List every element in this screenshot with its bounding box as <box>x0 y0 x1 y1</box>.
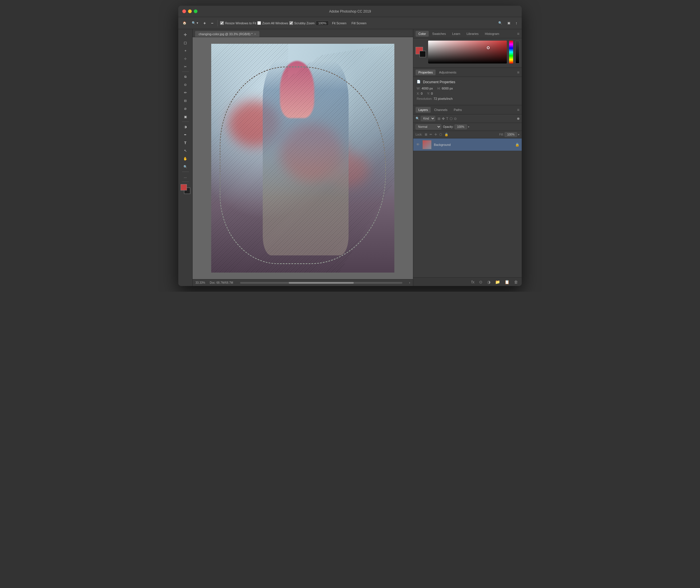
canvas-image <box>211 44 395 273</box>
hue-spectrum-bar[interactable] <box>509 41 513 63</box>
adjustment-filter-icon[interactable]: ✤ <box>442 117 445 121</box>
tab-channels[interactable]: Channels <box>431 107 450 113</box>
foreground-color-swatch[interactable] <box>180 184 187 190</box>
canvas-image-wrapper <box>211 44 395 273</box>
zoom-out-button[interactable]: − <box>209 20 215 26</box>
smart-filter-icon[interactable]: ⊙ <box>454 117 457 121</box>
opacity-arrow-icon[interactable]: ▾ <box>468 125 469 128</box>
healing-tool[interactable]: ⊙ <box>181 81 190 88</box>
eraser-tool[interactable]: ⊘ <box>181 105 190 112</box>
shape-filter-icon[interactable]: ⬡ <box>450 117 453 121</box>
lock-position-icon[interactable]: ✛ <box>435 133 437 136</box>
add-adjustment-button[interactable]: ◑ <box>486 279 492 285</box>
layer-fx-button[interactable]: fx <box>470 279 476 285</box>
fill-screen-button[interactable]: Fill Screen <box>349 21 368 26</box>
close-button[interactable] <box>182 9 186 13</box>
type-filter-icon[interactable]: T <box>446 117 448 121</box>
scrubby-zoom-input[interactable] <box>289 21 293 25</box>
zoom-all-windows-input[interactable] <box>257 21 261 25</box>
color-panel-menu-icon[interactable]: ≡ <box>517 31 520 36</box>
select-tool[interactable]: ↖ <box>181 147 190 154</box>
tab-histogram[interactable]: Histogram <box>482 31 502 37</box>
tab-libraries[interactable]: Libraries <box>464 31 481 37</box>
quick-select-tool[interactable]: ⊹ <box>181 55 190 62</box>
move-tool[interactable]: ✛ <box>181 31 190 38</box>
add-mask-button[interactable]: ⊙ <box>478 279 484 285</box>
clone-tool[interactable]: ⊟ <box>181 97 190 104</box>
height-field: H: 6000 px <box>437 87 453 90</box>
canvas-tab-name: changing-color.jpg @ 33.3% (RGB/8) * <box>199 32 252 36</box>
zoom-tool[interactable]: 🔍 <box>181 163 190 170</box>
more-tools-button[interactable]: … <box>181 173 190 180</box>
eyedropper-tool[interactable]: ⧉ <box>181 73 190 80</box>
gradient-tool[interactable]: ▣ <box>181 113 190 120</box>
fill-input[interactable] <box>505 132 517 137</box>
background-swatch[interactable] <box>420 51 426 57</box>
tab-color[interactable]: Color <box>416 31 429 37</box>
zoom-in-button[interactable]: + <box>201 20 208 26</box>
resize-windows-checkbox[interactable]: Resize Windows to Fit <box>220 21 256 25</box>
tab-swatches[interactable]: Swatches <box>429 31 449 37</box>
layout-button[interactable]: ▣ <box>505 20 512 26</box>
layers-panel-menu-icon[interactable]: ≡ <box>517 108 520 112</box>
horizontal-scrollbar[interactable] <box>240 282 403 284</box>
tab-adjustments[interactable]: Adjustments <box>436 69 459 75</box>
marquee-tool[interactable]: ◻ <box>181 39 190 46</box>
dropdown-arrow-icon: ▾ <box>197 21 198 25</box>
y-field: Y: 0 <box>427 92 433 95</box>
lasso-tool[interactable]: ⌖ <box>181 47 190 54</box>
brush-tool[interactable]: ✏ <box>181 89 190 96</box>
color-picker-row <box>416 41 520 63</box>
opacity-spectrum-bar[interactable] <box>516 41 520 63</box>
crop-tool[interactable]: ✂ <box>181 63 190 70</box>
share-button[interactable]: ↑ <box>513 20 520 26</box>
width-value: 4000 px <box>422 87 433 90</box>
tab-layers[interactable]: Layers <box>416 107 431 113</box>
resize-windows-input[interactable] <box>220 21 224 25</box>
zoom-all-windows-checkbox[interactable]: Zoom All Windows <box>257 21 288 25</box>
color-picker-dot[interactable] <box>487 46 490 49</box>
minimize-button[interactable] <box>188 9 192 13</box>
hand-tool[interactable]: ✋ <box>181 155 190 162</box>
pen-tool[interactable]: ✒ <box>181 131 190 138</box>
lock-all-icon[interactable]: 🔒 <box>445 133 449 136</box>
tab-learn[interactable]: Learn <box>449 31 463 37</box>
zoom-tool-button[interactable]: 🔍 ▾ <box>190 20 200 26</box>
maximize-button[interactable] <box>194 9 197 13</box>
color-swatches[interactable] <box>180 184 190 194</box>
blend-mode-select[interactable]: Normal <box>416 124 441 130</box>
color-gradient-picker[interactable] <box>428 41 507 63</box>
fill-arrow-icon[interactable]: ▾ <box>518 133 520 136</box>
new-layer-button[interactable]: 📋 <box>503 279 511 285</box>
canvas-tab-active[interactable]: changing-color.jpg @ 33.3% (RGB/8) * × <box>195 31 259 37</box>
tab-paths[interactable]: Paths <box>451 107 465 113</box>
layer-item-background[interactable]: 👁 Background 🔒 <box>413 138 522 151</box>
scrubby-zoom-checkbox[interactable]: Scrubby Zoom <box>289 21 315 25</box>
home-button[interactable]: 🏠 <box>180 20 189 26</box>
opacity-input[interactable] <box>455 124 467 129</box>
color-swatch-preview[interactable] <box>416 47 426 57</box>
type-tool[interactable]: T <box>181 139 190 146</box>
delete-layer-button[interactable]: 🗑 <box>513 279 520 285</box>
scrollbar-thumb[interactable] <box>289 282 354 284</box>
layer-visibility-toggle[interactable]: 👁 <box>416 142 420 147</box>
tab-properties[interactable]: Properties <box>416 69 436 75</box>
zoom-input[interactable] <box>316 21 329 26</box>
dodge-tool[interactable]: ◑ <box>181 123 190 130</box>
properties-panel-menu-icon[interactable]: ≡ <box>517 70 520 75</box>
new-group-button[interactable]: 📁 <box>494 279 501 285</box>
opacity-label: Opacity: <box>443 125 454 128</box>
kind-filter-select[interactable]: Kind <box>421 116 435 121</box>
filter-toggle-dot[interactable] <box>517 118 520 120</box>
canvas-tab-close[interactable]: × <box>254 33 256 36</box>
layers-filter-toolbar: 🔍 Kind ⊞ ✤ T ⬡ ⊙ <box>413 114 522 123</box>
canvas-viewport[interactable] <box>193 37 413 279</box>
lock-artboard-icon[interactable]: ⬡ <box>439 133 442 136</box>
search-button[interactable]: 🔍 <box>496 20 504 26</box>
lock-brush-icon[interactable]: ✏ <box>430 133 432 136</box>
lock-checkerboard-icon[interactable]: ⊠ <box>425 133 427 136</box>
fit-screen-button[interactable]: Fit Screen <box>330 21 348 26</box>
color-panel-tabs: Color Swatches Learn Libraries Histogram… <box>413 29 522 38</box>
arrow-nav[interactable]: › <box>409 281 410 284</box>
pixel-filter-icon[interactable]: ⊞ <box>438 117 441 121</box>
